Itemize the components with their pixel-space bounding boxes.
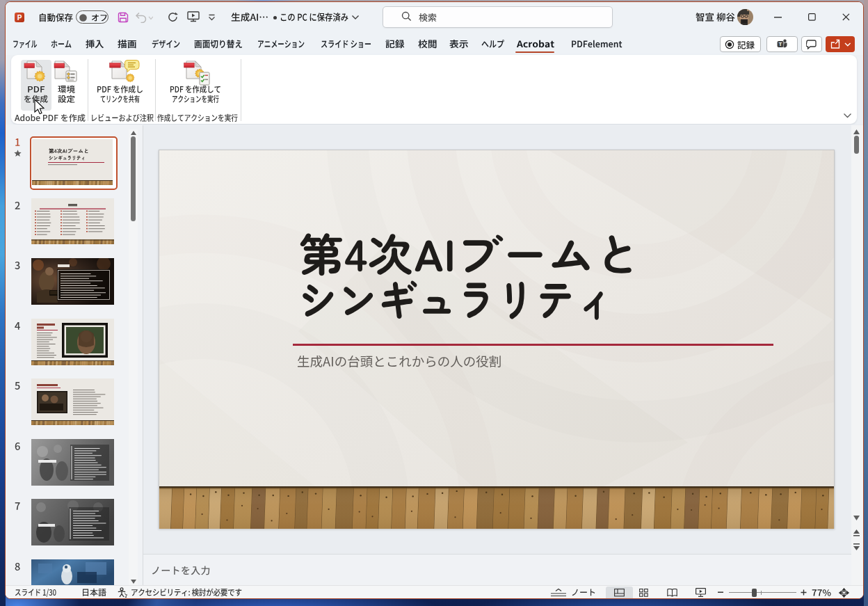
svg-text:T: T <box>779 41 782 47</box>
svg-text:P: P <box>17 14 22 22</box>
